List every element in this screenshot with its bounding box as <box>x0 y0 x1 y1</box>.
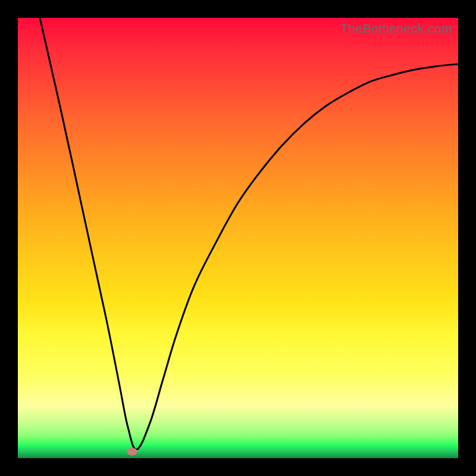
bottleneck-curve <box>18 18 458 458</box>
chart-frame: TheBottleneck.com <box>0 0 476 476</box>
optimal-point-marker <box>127 447 137 455</box>
plot-area: TheBottleneck.com <box>18 18 458 458</box>
